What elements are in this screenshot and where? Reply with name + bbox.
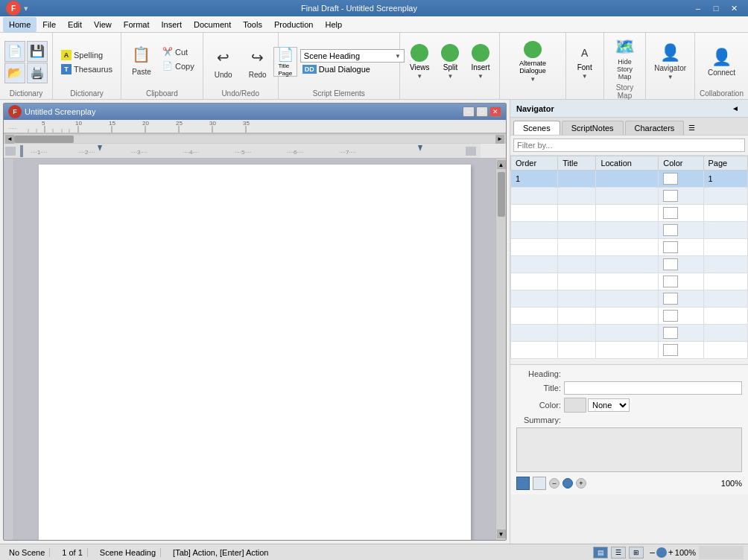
- table-row[interactable]: [511, 290, 748, 308]
- zoom-plus-btn[interactable]: +: [668, 547, 673, 558]
- view-outline-btn[interactable]: ☰: [611, 547, 626, 559]
- col-page[interactable]: Page: [703, 156, 747, 171]
- save-btn[interactable]: 💾: [27, 41, 48, 62]
- color-dropdown[interactable]: None Red Blue Green Yellow: [564, 398, 630, 413]
- close-button[interactable]: ✕: [726, 2, 742, 14]
- view-card-btn[interactable]: ⊞: [629, 547, 644, 559]
- summary-input[interactable]: [516, 427, 742, 472]
- scroll-left-btn[interactable]: ◄: [5, 135, 14, 144]
- menu-help[interactable]: Help: [319, 17, 348, 32]
- hide-story-map-btn[interactable]: 🗺️ HideStory Map: [609, 36, 641, 82]
- document-page[interactable]: [39, 165, 471, 540]
- svg-rect-33: [466, 147, 476, 156]
- ribbon-group-file: 📄 💾 📂 🖨️ Dictionary: [0, 33, 53, 99]
- menu-file[interactable]: File: [37, 17, 62, 32]
- table-row[interactable]: [511, 188, 748, 205]
- view-grid-btn[interactable]: [516, 477, 530, 490]
- tab-scriptnotes[interactable]: ScriptNotes: [562, 121, 624, 135]
- alt-dialogue-arrow: ▼: [530, 76, 536, 83]
- views-btn[interactable]: Views ▼: [405, 39, 435, 85]
- col-location[interactable]: Location: [596, 156, 659, 171]
- table-row[interactable]: [511, 273, 748, 290]
- cut-btn[interactable]: ✂️ Cut: [159, 45, 198, 59]
- undo-btn[interactable]: ↩ Undo: [208, 39, 239, 85]
- navigator-btn[interactable]: 👤 Navigator ▼: [650, 39, 690, 85]
- menu-home[interactable]: Home: [3, 17, 37, 32]
- undo-label: Undo: [215, 71, 232, 79]
- thesaurus-btn[interactable]: T Thesaurus: [57, 63, 116, 76]
- col-color[interactable]: Color: [659, 156, 703, 171]
- zoom-out-btn[interactable]: –: [549, 478, 560, 489]
- nav-options-icon[interactable]: ☰: [685, 121, 698, 135]
- col-order[interactable]: Order: [511, 156, 558, 171]
- col-title[interactable]: Title: [558, 156, 596, 171]
- redo-btn[interactable]: ↪ Redo: [242, 39, 273, 85]
- tab-scenes[interactable]: Scenes: [513, 121, 560, 135]
- menu-production[interactable]: Production: [268, 17, 320, 32]
- color-swatch[interactable]: [564, 398, 586, 413]
- zoom-in-btn[interactable]: +: [576, 478, 586, 489]
- font-label: Font: [577, 63, 592, 71]
- nav-filter-input[interactable]: [513, 139, 745, 152]
- thesaurus-icon: T: [61, 64, 72, 74]
- tab-characters[interactable]: Characters: [625, 121, 685, 135]
- new-file-btn[interactable]: 📄: [4, 41, 25, 62]
- color-select[interactable]: None Red Blue Green Yellow: [588, 398, 630, 412]
- menu-edit[interactable]: Edit: [62, 17, 88, 32]
- navigator-collapse-btn[interactable]: ◄: [729, 103, 742, 114]
- minimize-button[interactable]: –: [690, 2, 706, 14]
- scroll-thumb-v[interactable]: [498, 172, 505, 217]
- maximize-button[interactable]: □: [708, 2, 724, 14]
- menu-tools[interactable]: Tools: [237, 17, 268, 32]
- ribbon-navigator-spacer: [669, 89, 671, 98]
- font-btn[interactable]: A Font ▼: [571, 39, 599, 85]
- copy-btn[interactable]: 📄 Copy: [159, 60, 198, 73]
- print-btn[interactable]: 🖨️: [27, 63, 48, 83]
- svg-rect-32: [5, 147, 16, 156]
- zoom-slider-thumb[interactable]: [656, 547, 667, 558]
- menu-format[interactable]: Format: [118, 17, 156, 32]
- scroll-track-h[interactable]: [14, 136, 495, 143]
- horizontal-scrollbar[interactable]: ◄ ►: [4, 133, 506, 144]
- view-normal-btn[interactable]: ▤: [593, 547, 608, 559]
- table-row[interactable]: [511, 308, 748, 325]
- table-row[interactable]: 1 1: [511, 171, 748, 188]
- alt-dialogue-btn[interactable]: Alternate Dialogue ▼: [504, 39, 560, 85]
- title-input[interactable]: [564, 381, 742, 395]
- table-row[interactable]: [511, 222, 748, 239]
- watermark-area: [699, 546, 744, 559]
- zoom-minus-btn[interactable]: –: [650, 547, 655, 558]
- scroll-right-btn[interactable]: ►: [495, 135, 504, 144]
- page-area[interactable]: [14, 159, 495, 540]
- table-row[interactable]: [511, 239, 748, 256]
- spelling-btn[interactable]: A Spelling: [57, 48, 107, 62]
- table-row[interactable]: [511, 342, 748, 359]
- ribbon-collab-label: Collaboration: [700, 89, 744, 98]
- title-page-btn[interactable]: 📄 TitlePage: [273, 47, 297, 77]
- menu-insert[interactable]: Insert: [156, 17, 188, 32]
- scene-heading-dropdown[interactable]: Scene Heading ▼: [300, 49, 405, 63]
- scroll-up-btn[interactable]: ▲: [497, 160, 506, 169]
- insert-btn[interactable]: Insert ▼: [466, 39, 495, 85]
- open-btn[interactable]: 📂: [4, 63, 25, 83]
- inner-minimize-btn[interactable]: –: [463, 106, 475, 117]
- inner-close-btn[interactable]: ✕: [489, 106, 501, 117]
- table-row[interactable]: [511, 325, 748, 342]
- scroll-thumb-h[interactable]: [14, 136, 74, 143]
- ribbon-views-spacer: [449, 89, 451, 98]
- cell-title: [558, 171, 596, 188]
- table-row[interactable]: [511, 205, 748, 222]
- dual-dialogue-btn[interactable]: DD Dual Dialogue: [300, 64, 405, 74]
- svg-rect-22: [20, 145, 23, 157]
- font-arrow: ▼: [582, 73, 588, 80]
- inner-maximize-btn[interactable]: □: [476, 106, 488, 117]
- connect-btn[interactable]: 👤 Connect: [704, 39, 739, 85]
- scroll-down-btn[interactable]: ▼: [497, 529, 506, 538]
- paste-btn[interactable]: 📋 Paste: [126, 36, 157, 82]
- menu-document[interactable]: Document: [188, 17, 237, 32]
- menu-view[interactable]: View: [88, 17, 118, 32]
- table-row[interactable]: [511, 256, 748, 273]
- vertical-scrollbar[interactable]: ▲ ▼: [495, 159, 506, 540]
- split-btn[interactable]: Split ▼: [436, 39, 464, 85]
- view-list-btn[interactable]: [533, 477, 546, 490]
